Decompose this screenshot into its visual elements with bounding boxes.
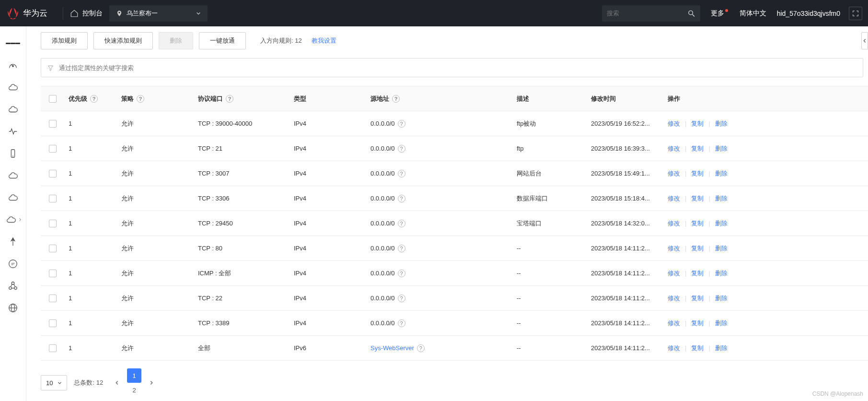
copy-link[interactable]: 复制 xyxy=(691,119,704,128)
rail-item-cloud-3[interactable] xyxy=(6,190,20,205)
modify-link[interactable]: 修改 xyxy=(668,194,680,203)
region-name: 乌兰察布一 xyxy=(127,9,158,18)
help-icon[interactable]: ? xyxy=(398,220,405,227)
row-checkbox[interactable] xyxy=(49,145,57,153)
page-number-button[interactable]: 1 xyxy=(127,368,141,383)
modify-link[interactable]: 修改 xyxy=(668,294,680,303)
copy-link[interactable]: 复制 xyxy=(691,244,704,253)
global-search[interactable] xyxy=(602,5,700,22)
copy-link[interactable]: 复制 xyxy=(691,194,704,203)
more-link[interactable]: 更多 xyxy=(711,9,729,18)
copy-link[interactable]: 复制 xyxy=(691,319,704,328)
delete-link[interactable]: 删除 xyxy=(715,169,728,178)
help-icon[interactable]: ? xyxy=(226,95,233,103)
modify-link[interactable]: 修改 xyxy=(668,344,680,353)
rail-item-ip[interactable]: IP xyxy=(6,257,20,271)
inbound-count-value: 12 xyxy=(295,37,301,44)
console-link[interactable]: 控制台 xyxy=(70,9,103,18)
modify-link[interactable]: 修改 xyxy=(668,269,680,278)
delete-link[interactable]: 删除 xyxy=(715,144,728,153)
rail-item-cloud-2[interactable] xyxy=(6,168,20,183)
modify-link[interactable]: 修改 xyxy=(668,319,680,328)
chevron-right-icon xyxy=(18,218,22,222)
row-checkbox[interactable] xyxy=(49,195,57,202)
notification-dot-icon xyxy=(725,9,728,12)
mtime-value: 2023/05/18 14:11:2... xyxy=(591,245,650,252)
help-icon[interactable]: ? xyxy=(398,145,405,153)
table-header: 优先级? 策略? 协议端口? 类型 源地址? 描述 修改时间 操作 xyxy=(41,86,868,111)
row-checkbox[interactable] xyxy=(49,344,57,352)
help-icon[interactable]: ? xyxy=(398,295,405,302)
rail-item-dashboard[interactable] xyxy=(6,58,20,72)
modify-link[interactable]: 修改 xyxy=(668,119,680,128)
row-checkbox[interactable] xyxy=(49,170,57,177)
teach-me-link[interactable]: 教我设置 xyxy=(312,36,336,45)
rail-item-deploy[interactable] xyxy=(6,235,20,249)
copy-link[interactable]: 复制 xyxy=(691,344,704,353)
copy-link[interactable]: 复制 xyxy=(691,269,704,278)
source-link[interactable]: Sys-WebServer xyxy=(370,344,414,352)
select-all-checkbox[interactable] xyxy=(49,95,57,103)
help-icon[interactable]: ? xyxy=(90,95,98,103)
copy-link[interactable]: 复制 xyxy=(691,294,704,303)
rail-item-cloud-4[interactable] xyxy=(4,212,18,227)
port-value: TCP : 29450 xyxy=(198,220,233,227)
user-menu[interactable]: hid_57o33id3qjvsfm0 xyxy=(777,10,840,17)
row-checkbox[interactable] xyxy=(49,245,57,252)
copy-link[interactable]: 复制 xyxy=(691,169,704,178)
policy-value: 允许 xyxy=(121,244,134,253)
modify-link[interactable]: 修改 xyxy=(668,144,680,153)
row-checkbox[interactable] xyxy=(49,295,57,302)
modify-link[interactable]: 修改 xyxy=(668,244,680,253)
fullscreen-button[interactable] xyxy=(849,7,862,20)
help-icon[interactable]: ? xyxy=(398,319,405,327)
delete-link[interactable]: 删除 xyxy=(715,319,728,328)
next-page-button[interactable] xyxy=(144,376,159,390)
rail-item-device[interactable] xyxy=(6,146,20,161)
rules-toolbar: 添加规则 快速添加规则 删除 一键放通 入方向规则: 12 教我设置 xyxy=(41,32,868,49)
delete-link[interactable]: 删除 xyxy=(715,194,728,203)
prev-page-button[interactable] xyxy=(110,376,124,390)
delete-link[interactable]: 删除 xyxy=(715,244,728,253)
page-number-button[interactable]: 2 xyxy=(127,383,141,397)
help-icon[interactable]: ? xyxy=(398,245,405,252)
delete-link[interactable]: 删除 xyxy=(715,119,728,128)
help-icon[interactable]: ? xyxy=(398,170,405,177)
global-search-input[interactable] xyxy=(607,10,687,17)
row-checkbox[interactable] xyxy=(49,270,57,277)
collapse-panel-button[interactable] xyxy=(861,32,868,49)
add-rule-button[interactable]: 添加规则 xyxy=(41,32,88,49)
page-size-picker[interactable]: 10 xyxy=(41,375,67,390)
rail-item-monitor[interactable] xyxy=(6,124,20,139)
copy-link[interactable]: 复制 xyxy=(691,219,704,228)
menu-toggle[interactable] xyxy=(6,36,20,50)
filter-input[interactable] xyxy=(59,64,857,71)
copy-link[interactable]: 复制 xyxy=(691,144,704,153)
row-checkbox[interactable] xyxy=(49,120,57,128)
filter-bar[interactable] xyxy=(41,58,863,77)
modify-link[interactable]: 修改 xyxy=(668,219,680,228)
help-icon[interactable]: ? xyxy=(398,270,405,277)
rail-item-globe[interactable] xyxy=(6,301,20,315)
help-icon[interactable]: ? xyxy=(392,95,400,103)
policy-value: 允许 xyxy=(121,319,134,328)
one-click-allow-button[interactable]: 一键放通 xyxy=(199,32,246,49)
region-picker[interactable]: 乌兰察布一 xyxy=(109,5,208,22)
help-icon[interactable]: ? xyxy=(398,195,405,202)
help-icon[interactable]: ? xyxy=(417,344,425,352)
rail-item-cluster[interactable] xyxy=(6,279,20,293)
row-checkbox[interactable] xyxy=(49,319,57,327)
language-picker[interactable]: 简体中文 xyxy=(740,9,766,18)
delete-link[interactable]: 删除 xyxy=(715,294,728,303)
delete-link[interactable]: 删除 xyxy=(715,269,728,278)
rail-item-cloud[interactable] xyxy=(6,80,20,94)
modify-link[interactable]: 修改 xyxy=(668,169,680,178)
row-checkbox[interactable] xyxy=(49,220,57,227)
delete-link[interactable]: 删除 xyxy=(715,219,728,228)
quick-add-rule-button[interactable]: 快速添加规则 xyxy=(93,32,153,49)
rail-item-storage[interactable] xyxy=(6,102,20,117)
help-icon[interactable]: ? xyxy=(137,95,144,103)
chevron-left-icon xyxy=(115,380,119,385)
delete-link[interactable]: 删除 xyxy=(715,344,728,353)
help-icon[interactable]: ? xyxy=(398,120,405,128)
